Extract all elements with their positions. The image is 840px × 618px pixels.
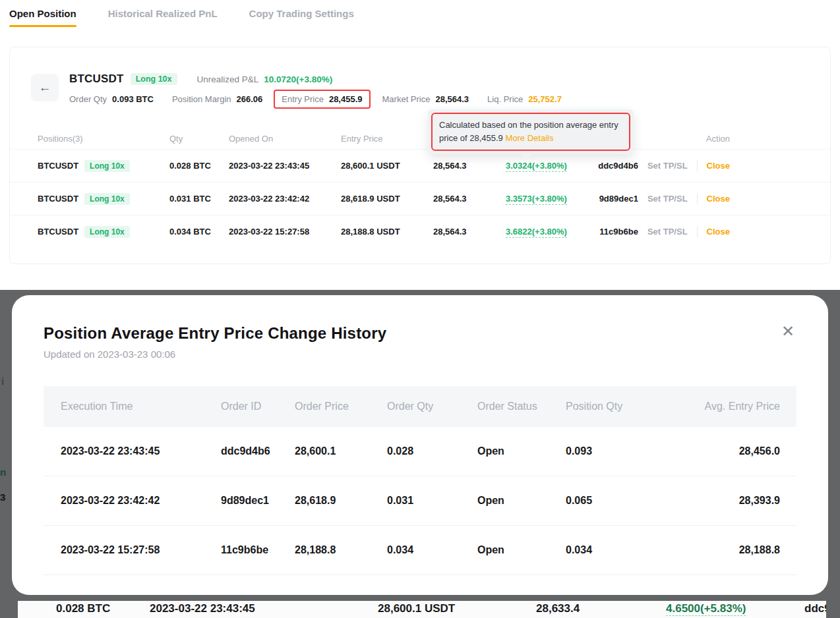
row-order-status: Open xyxy=(477,495,566,507)
row-order-price: 28,600.1 xyxy=(295,445,387,457)
row-market-price: 28,564.3 xyxy=(433,161,506,171)
tab-copy-trading-settings[interactable]: Copy Trading Settings xyxy=(249,8,354,27)
bg-pnl: 4.6500(+5.83%) xyxy=(666,602,746,616)
row-symbol: BTCUSDTLong 10x xyxy=(38,227,169,237)
row-order-status: Open xyxy=(477,544,566,556)
pnl-tooltip-trigger[interactable]: 3.0324(+3.80%) xyxy=(506,161,567,172)
tab-historical-realized-pnl[interactable]: Historical Realized PnL xyxy=(108,8,218,27)
row-entry-price: 28,618.9 USDT xyxy=(341,194,433,204)
row-execution-time: 2023-03-22 15:27:58 xyxy=(61,544,221,556)
row-order-price: 28,188.8 xyxy=(295,544,387,556)
row-qty: 0.028 BTC xyxy=(169,161,229,171)
row-order-id: ddc9d4b6 xyxy=(598,161,638,171)
tab-open-position[interactable]: Open Position xyxy=(9,8,76,27)
col-order-price: Order Price xyxy=(295,401,387,412)
row-avg-entry-price: 28,188.8 xyxy=(658,544,796,556)
row-opened-on: 2023-03-22 15:27:58 xyxy=(229,227,341,237)
set-tpsl-button[interactable]: Set TP/SL xyxy=(647,161,688,171)
back-button[interactable]: ← xyxy=(31,74,59,101)
stat-value: 25,752.7 xyxy=(528,94,562,104)
row-order-id: 11c9b6be xyxy=(221,544,295,556)
row-actions: 11c9b6beSet TP/SLClose xyxy=(572,227,730,237)
side-leverage-badge: Long 10x xyxy=(84,160,130,172)
col-opened-on: Opened On xyxy=(229,134,341,144)
position-card: ← BTCUSDT Long 10x Unrealized P&L 10.072… xyxy=(9,47,831,264)
stat-label: Market Price xyxy=(382,94,431,104)
open-position-page: Open PositionHistorical Realized PnLCopy… xyxy=(0,0,840,283)
col-order-status: Order Status xyxy=(477,401,566,412)
row-order-qty: 0.031 xyxy=(387,495,477,507)
history-table-row: 2023-03-22 23:43:45ddc9d4b628,600.10.028… xyxy=(44,427,796,476)
col-positions: Positions(3) xyxy=(38,134,169,144)
stat-label: Liq. Price xyxy=(487,94,523,104)
action-divider xyxy=(697,194,698,204)
table-row: BTCUSDTLong 10x0.034 BTC2023-03-22 15:27… xyxy=(10,215,830,248)
close-icon[interactable]: ✕ xyxy=(778,322,798,341)
entry-price-history-modal: Position Average Entry Price Change Hist… xyxy=(12,295,828,595)
row-order-price: 28,618.9 xyxy=(295,495,387,507)
stat-value: 266.06 xyxy=(237,94,263,104)
table-row: BTCUSDTLong 10x0.031 BTC2023-03-22 23:42… xyxy=(10,182,830,215)
set-tpsl-button[interactable]: Set TP/SL xyxy=(647,194,688,204)
row-order-id: 9d89dec1 xyxy=(221,495,295,507)
close-position-button[interactable]: Close xyxy=(707,194,730,204)
position-stats: Order Qty0.093 BTCPosition Margin266.06E… xyxy=(69,94,580,104)
row-avg-entry-price: 28,393.9 xyxy=(658,495,796,507)
tooltip-caret xyxy=(520,154,532,160)
row-avg-entry-price: 28,456.0 xyxy=(658,445,796,457)
row-execution-time: 2023-03-22 23:43:45 xyxy=(61,445,221,457)
row-unrealized-pnl: 3.3573(+3.80%) xyxy=(506,194,572,204)
pnl-tooltip-trigger[interactable]: 3.6822(+3.80%) xyxy=(506,227,567,238)
entry-price-tooltip: Calculated based on the position average… xyxy=(428,109,634,154)
side-leverage-badge: Long 10x xyxy=(84,193,130,205)
action-divider xyxy=(697,161,698,171)
stat-market-price: Market Price28,564.3 xyxy=(382,94,469,104)
table-row: BTCUSDTLong 10x0.028 BTC2023-03-22 23:43… xyxy=(10,149,830,182)
stat-label: Order Qty xyxy=(69,94,107,104)
stat-label: Position Margin xyxy=(172,94,231,104)
symbol-label: BTCUSDT xyxy=(69,72,124,86)
unrealized-pnl-value: 10.0720(+3.80%) xyxy=(264,74,332,84)
pnl-tooltip-trigger[interactable]: 3.3573(+3.80%) xyxy=(506,194,567,205)
col-avg-entry-price: Avg. Entry Price xyxy=(658,401,796,412)
page: Open PositionHistorical Realized PnLCopy… xyxy=(0,0,840,618)
col-qty: Qty xyxy=(169,134,229,144)
row-opened-on: 2023-03-22 23:43:45 xyxy=(229,161,341,171)
col-execution-time: Execution Time xyxy=(61,401,221,412)
history-table-row: 2023-03-22 15:27:5811c9b6be28,188.80.034… xyxy=(44,526,796,575)
tab-bar: Open PositionHistorical Realized PnLCopy… xyxy=(0,0,840,27)
history-table-row: 2023-03-22 23:42:429d89dec128,618.90.031… xyxy=(44,476,796,526)
bg-entry-price: 28,600.1 USDT xyxy=(378,602,455,615)
close-position-button[interactable]: Close xyxy=(707,161,730,171)
row-order-qty: 0.028 xyxy=(387,445,477,457)
row-actions: 9d89dec1Set TP/SLClose xyxy=(572,194,730,204)
position-card-header: ← BTCUSDT Long 10x Unrealized P&L 10.072… xyxy=(10,47,830,104)
row-order-qty: 0.034 xyxy=(387,544,477,556)
row-unrealized-pnl: 3.0324(+3.80%) xyxy=(506,161,572,171)
bg-market-price: 28,633.4 xyxy=(536,602,580,615)
stat-position-margin: Position Margin266.06 xyxy=(172,94,262,104)
row-order-id: 11c9b6be xyxy=(599,227,638,237)
row-position-qty: 0.093 xyxy=(566,445,658,457)
row-position-qty: 0.065 xyxy=(566,495,658,507)
stat-value: 0.093 BTC xyxy=(112,94,154,104)
modal-title: Position Average Entry Price Change Hist… xyxy=(44,324,796,343)
col-order-id: Order ID xyxy=(221,401,295,412)
unrealized-pnl-label: Unrealized P&L xyxy=(197,74,259,84)
row-entry-price: 28,188.8 USDT xyxy=(341,227,433,237)
stat-liq-price: Liq. Price25,752.7 xyxy=(487,94,562,104)
action-divider xyxy=(697,227,698,237)
row-order-id: 9d89dec1 xyxy=(599,194,638,204)
row-order-status: Open xyxy=(477,445,566,457)
positions-table: Positions(3) Qty Opened On Entry Price A… xyxy=(10,128,830,248)
close-position-button[interactable]: Close xyxy=(707,227,730,237)
row-actions: ddc9d4b6Set TP/SLClose xyxy=(572,161,730,171)
set-tpsl-button[interactable]: Set TP/SL xyxy=(647,227,688,237)
annotation-highlight-tooltip: Calculated based on the position average… xyxy=(431,113,630,151)
col-entry-price: Entry Price xyxy=(341,134,433,144)
more-details-link[interactable]: More Details xyxy=(505,133,553,143)
row-symbol: BTCUSDTLong 10x xyxy=(38,161,169,171)
row-execution-time: 2023-03-22 23:42:42 xyxy=(61,495,221,507)
side-leverage-badge: Long 10x xyxy=(84,226,130,238)
row-order-id: ddc9d4b6 xyxy=(221,445,295,457)
